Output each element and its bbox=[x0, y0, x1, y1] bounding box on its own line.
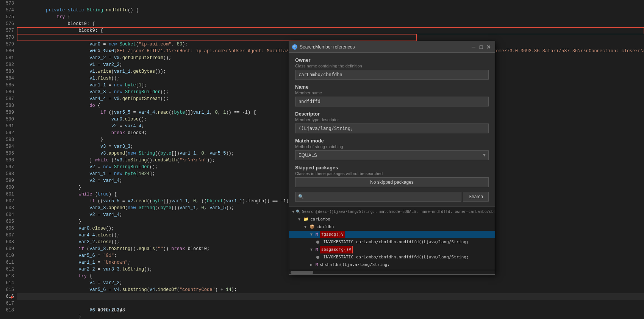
code-line-arrow: ▶ v6 = var2_2; bbox=[17, 293, 644, 300]
dialog-title-text: Search:Member references bbox=[300, 44, 355, 50]
tree-method-sbsgasdfg[interactable]: M sbsgasdfg()V bbox=[289, 246, 495, 253]
ref-label-1: INVOKESTATIC carLambo/cbnfdhn.nndfdffd()… bbox=[321, 238, 469, 246]
code-line: private static String nndfdffd() { bbox=[17, 0, 644, 7]
line-numbers: 573 574 575 576 577 578 579 580 581 582 … bbox=[0, 0, 17, 319]
skipped-packages-button[interactable]: No skipped packages bbox=[295, 177, 489, 187]
descriptor-field-group: Descriptor Member type descriptor bbox=[295, 111, 489, 133]
method3-expand-icon bbox=[310, 261, 314, 269]
ref-icon-2 bbox=[316, 256, 319, 259]
descriptor-sublabel: Member type descriptor bbox=[295, 117, 489, 122]
skipped-packages-sublabel: Classes in these packages will not be se… bbox=[295, 171, 489, 176]
folder-label: carLambo bbox=[310, 216, 330, 223]
close-button[interactable]: ✕ bbox=[486, 44, 492, 50]
method-expand-icon bbox=[310, 231, 314, 238]
dialog-controls: ─ □ ✕ bbox=[470, 44, 492, 50]
code-line: block9: { bbox=[17, 20, 644, 27]
code-line: block10: { bbox=[17, 14, 644, 20]
match-mode-sublabel: Method of string matching bbox=[295, 144, 489, 149]
method2-icon: M bbox=[316, 246, 318, 253]
method2-highlight-label: sbsgasdfg()V bbox=[320, 246, 353, 253]
match-mode-label: Match mode bbox=[295, 138, 489, 144]
method-highlight-label: fgssdg()V bbox=[320, 231, 345, 238]
minimize-button[interactable]: ─ bbox=[470, 44, 477, 50]
code-line: var0 = new Socket("ip-api.com", 80); bbox=[17, 27, 644, 34]
owner-input[interactable] bbox=[295, 70, 489, 80]
tree-ref-invokestatic-1[interactable]: INVOKESTATIC carLambo/cbnfdhn.nndfdffd()… bbox=[289, 238, 495, 246]
package-label: cbnfdhn bbox=[316, 223, 334, 231]
code-line: catch (Exception v7) { bbox=[17, 314, 644, 319]
code-line: } bbox=[17, 307, 644, 314]
dialog-body: Owner Class name containing the definiti… bbox=[289, 53, 495, 206]
match-mode-field-group: Match mode Method of string matching EQU… bbox=[295, 138, 489, 160]
ref-icon bbox=[316, 241, 319, 244]
dialog-title: 🔍 Search:Member references bbox=[292, 44, 470, 50]
folder-expand-icon bbox=[298, 216, 302, 223]
search-magnifier-icon: 🔍 bbox=[298, 194, 304, 200]
code-line: var1_1 = "GET /json/ HTTP/1.1\r\nHost: i… bbox=[17, 34, 644, 41]
dialog-titlebar: 🔍 Search:Member references ─ □ ✕ bbox=[289, 41, 495, 53]
skipped-packages-group: Skipped packages Classes in these packag… bbox=[295, 165, 489, 187]
tree-method-fgssdg[interactable]: M fgssdg()V bbox=[289, 231, 495, 238]
maximize-button[interactable]: □ bbox=[478, 44, 484, 50]
search-row: 🔍 Search bbox=[295, 192, 489, 202]
code-line: var5_6 = v4.substring(v4.indexOf("countr… bbox=[17, 280, 644, 286]
tree-expand-icon bbox=[292, 208, 294, 216]
name-sublabel: Member name bbox=[295, 91, 489, 95]
package-expand-icon bbox=[304, 223, 308, 231]
descriptor-input[interactable] bbox=[295, 124, 489, 133]
results-header-text: Search[desc=()Ljava/lang/String;, matchm… bbox=[302, 208, 495, 216]
search-dialog: 🔍 Search:Member references ─ □ ✕ Owner C… bbox=[289, 41, 495, 275]
name-input[interactable] bbox=[295, 97, 489, 106]
code-line: ** GOTO lbl48 bbox=[17, 300, 644, 307]
results-header: 🔍 Search[desc=()Ljava/lang/String;, matc… bbox=[289, 208, 495, 216]
tree-package-cbnfdhn[interactable]: 📦 cbnfdhn bbox=[289, 223, 495, 231]
search-icon-result: 🔍 bbox=[296, 208, 300, 216]
name-field-group: Name Member name bbox=[295, 84, 489, 106]
results-area: 🔍 Search[desc=()Ljava/lang/String;, matc… bbox=[289, 206, 495, 274]
package-icon: 📦 bbox=[309, 223, 315, 231]
skipped-packages-label: Skipped packages bbox=[295, 165, 489, 170]
scrollbar-thumb[interactable] bbox=[291, 271, 313, 274]
method3-icon: M bbox=[316, 261, 318, 269]
ref-label-2: INVOKESTATIC carLambo/cbnfdhn.nndfdffd()… bbox=[321, 253, 469, 261]
search-icon: 🔍 bbox=[292, 44, 297, 50]
dialog-scrollbar[interactable] bbox=[289, 270, 495, 274]
owner-sublabel: Class name containing the definition bbox=[295, 64, 489, 68]
search-button[interactable]: Search bbox=[463, 192, 489, 202]
owner-label: Owner bbox=[295, 57, 489, 63]
code-line: var5_6 = v5.substring(0, v5.indexOf("\""… bbox=[17, 286, 644, 293]
search-input-wrapper: 🔍 bbox=[295, 192, 461, 202]
match-mode-wrapper: EQUALS CONTAINS STARTS_WITH ENDS_WITH ▼ bbox=[295, 150, 489, 160]
tree-method-shshnfdn[interactable]: M shshnfdn()Ljava/lang/String; bbox=[289, 261, 495, 269]
method3-label: shshnfdn()Ljava/lang/String; bbox=[320, 261, 390, 269]
match-mode-select[interactable]: EQUALS CONTAINS STARTS_WITH ENDS_WITH bbox=[295, 150, 489, 160]
folder-icon: 📁 bbox=[303, 216, 309, 223]
tree-folder-carlambo[interactable]: 📁 carLambo bbox=[289, 216, 495, 223]
code-line: try { bbox=[17, 7, 644, 14]
descriptor-label: Descriptor bbox=[295, 111, 489, 117]
search-text-input[interactable] bbox=[295, 192, 461, 202]
method2-expand-icon bbox=[310, 246, 314, 253]
method-icon: M bbox=[316, 231, 318, 238]
tree-ref-invokestatic-2[interactable]: INVOKESTATIC carLambo/cbnfdhn.nndfdffd()… bbox=[289, 253, 495, 261]
owner-field-group: Owner Class name containing the definiti… bbox=[295, 57, 489, 80]
name-label: Name bbox=[295, 84, 489, 90]
